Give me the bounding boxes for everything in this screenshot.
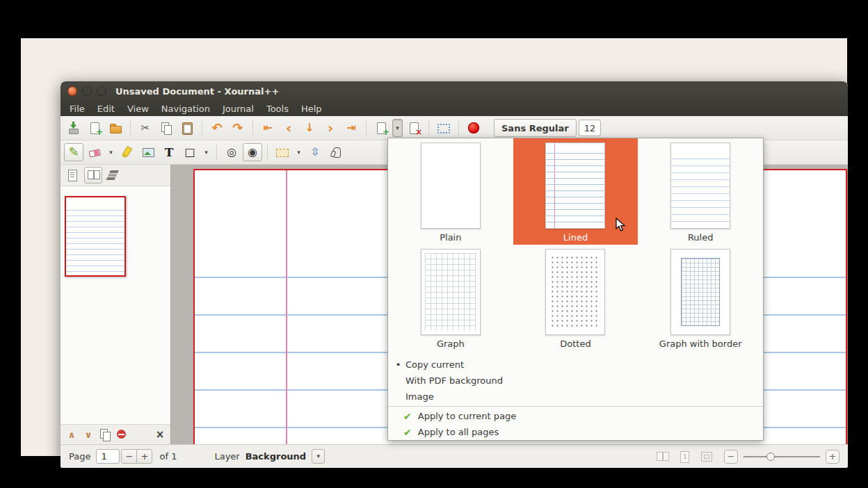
- paste-icon: [180, 121, 194, 135]
- sidebar-close-button[interactable]: ×: [153, 428, 167, 441]
- layer-value: Background: [246, 451, 307, 462]
- page-preview-icon: [86, 168, 100, 182]
- fit-page-button[interactable]: [699, 449, 714, 464]
- hand-tool-icon: [329, 145, 343, 159]
- apply-apply-to-current-page[interactable]: ✔Apply to current page: [388, 408, 763, 424]
- sidebar-tab-layers[interactable]: [105, 167, 123, 184]
- move-page-down-button[interactable]: ∨: [81, 427, 96, 442]
- text-tool-icon: T: [165, 147, 174, 158]
- template-plain[interactable]: Plain: [388, 138, 513, 245]
- record-audio-button[interactable]: [464, 119, 483, 137]
- sidebar-tab-page-preview[interactable]: [84, 167, 102, 184]
- menu-navigation[interactable]: Navigation: [155, 102, 216, 115]
- cut-button[interactable]: ✂: [136, 119, 155, 137]
- select-rectangle-button[interactable]: [273, 143, 292, 161]
- hand-tool-button[interactable]: [326, 143, 346, 161]
- undo-button[interactable]: ↶: [207, 119, 227, 137]
- template-preview-lined: [545, 143, 605, 229]
- page-thumbnail[interactable]: [65, 196, 126, 277]
- redo-icon: ↷: [232, 122, 243, 134]
- pen-button[interactable]: ✎: [64, 143, 83, 161]
- template-preview-plain: [421, 143, 481, 229]
- option-with-pdf-background[interactable]: With PDF background: [388, 373, 763, 389]
- stop-page-button[interactable]: [114, 427, 129, 442]
- open-button[interactable]: [106, 119, 125, 137]
- paste-button[interactable]: [177, 119, 197, 137]
- apply-apply-to-all-pages[interactable]: ✔Apply to all pages: [388, 424, 763, 440]
- stop-page-icon: [115, 428, 129, 441]
- page-number-input[interactable]: [96, 449, 120, 464]
- presentation-mode-button[interactable]: [677, 449, 692, 464]
- minimize-button[interactable]: [82, 86, 92, 96]
- insert-page-button[interactable]: +: [371, 119, 391, 137]
- last-page-button[interactable]: ⇥: [341, 119, 361, 137]
- vertical-space-button[interactable]: ⇳: [305, 143, 325, 161]
- zoom-slider-handle[interactable]: [766, 453, 775, 461]
- window-top: Unsaved Document - Xournal++ FileEditVie…: [61, 81, 848, 116]
- delete-page-button[interactable]: ×: [404, 119, 424, 137]
- move-page-up-button[interactable]: ∧: [64, 427, 79, 442]
- paired-pages-button[interactable]: [654, 449, 670, 464]
- template-dotted[interactable]: Dotted: [513, 245, 638, 351]
- eraser-dropdown[interactable]: ▾: [106, 143, 116, 161]
- template-label: Dotted: [560, 339, 590, 349]
- vertical-space-icon: ⇳: [310, 147, 319, 158]
- menu-edit[interactable]: Edit: [91, 102, 121, 115]
- page-down-button[interactable]: ↓: [300, 119, 319, 137]
- font-button[interactable]: Sans Regular: [494, 119, 577, 137]
- insert-page-dropdown[interactable]: ▾: [392, 119, 403, 137]
- sidebar-nav-buttons: ∧∨: [64, 427, 129, 442]
- first-page-button[interactable]: ⇤: [258, 119, 278, 137]
- save-button[interactable]: [64, 119, 83, 137]
- layer-label: Layer: [214, 451, 239, 462]
- toolbar-separator: [202, 120, 202, 136]
- sidebar-tab-contents[interactable]: [63, 167, 81, 184]
- page-increment-button[interactable]: +: [136, 449, 152, 464]
- undo-icon: ↶: [211, 122, 222, 134]
- menubar: FileEditViewNavigationJournalToolsHelp: [61, 101, 848, 116]
- page-decrement-button[interactable]: −: [121, 449, 137, 464]
- menu-help[interactable]: Help: [295, 102, 328, 115]
- chevron-down-icon: ▾: [109, 149, 113, 156]
- template-graph-with-border[interactable]: Graph with border: [638, 245, 763, 351]
- menu-file[interactable]: File: [63, 102, 91, 115]
- close-button[interactable]: [67, 86, 77, 96]
- highlighter-button[interactable]: [118, 143, 137, 161]
- redo-button[interactable]: ↷: [228, 119, 248, 137]
- toolbar-separator: [267, 145, 268, 160]
- zoom-slider[interactable]: [744, 450, 820, 464]
- layer-dropdown[interactable]: ▾: [312, 449, 325, 464]
- select-rectangle-dropdown[interactable]: ▾: [294, 143, 304, 161]
- draw-circle-button[interactable]: ◉: [243, 143, 262, 161]
- copy-page-button[interactable]: [97, 427, 113, 442]
- menu-tools[interactable]: Tools: [260, 102, 295, 115]
- text-tool-button[interactable]: T: [159, 143, 179, 161]
- shape-recognizer-button[interactable]: ◎: [222, 143, 241, 161]
- statusbar: Page − + of 1 Layer Background ▾ −: [61, 444, 848, 468]
- option-image[interactable]: Image: [388, 389, 763, 405]
- shapes-dropdown[interactable]: ▾: [201, 143, 211, 161]
- fullscreen-button[interactable]: [434, 119, 453, 137]
- option-copy-current[interactable]: •Copy current: [388, 357, 763, 373]
- next-page-button[interactable]: ›: [321, 119, 340, 137]
- shapes-button[interactable]: □: [180, 143, 200, 161]
- shapes-icon: □: [184, 147, 195, 158]
- template-graph[interactable]: Graph: [388, 245, 513, 351]
- new-document-button[interactable]: +: [85, 119, 104, 137]
- copy-button[interactable]: [156, 119, 176, 137]
- copy-page-icon: [98, 428, 112, 441]
- desktop: Unsaved Document - Xournal++ FileEditVie…: [21, 38, 847, 456]
- maximize-button[interactable]: [97, 86, 106, 96]
- template-label: Plain: [440, 232, 461, 243]
- font-size-spinner[interactable]: 12: [579, 120, 602, 136]
- previous-page-button[interactable]: ‹: [279, 119, 298, 137]
- zoom-in-button[interactable]: +: [826, 450, 839, 464]
- eraser-button[interactable]: [85, 143, 104, 161]
- template-ruled[interactable]: Ruled: [638, 138, 763, 245]
- zoom-out-button[interactable]: −: [724, 450, 738, 464]
- template-preview-graph: [421, 249, 481, 335]
- menu-view[interactable]: View: [121, 102, 155, 115]
- popup-separator: [388, 406, 763, 407]
- menu-journal[interactable]: Journal: [216, 102, 260, 115]
- insert-image-button[interactable]: [138, 143, 158, 161]
